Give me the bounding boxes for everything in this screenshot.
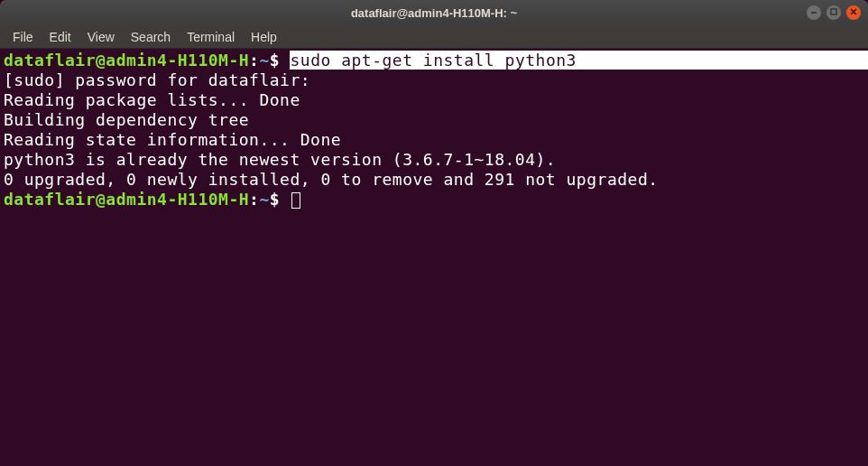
prompt-user-host: dataflair@admin4-H110M-H: [4, 190, 249, 209]
menu-help[interactable]: Help: [244, 27, 284, 47]
menu-file[interactable]: File: [5, 27, 41, 47]
menubar: File Edit View Search Terminal Help: [0, 25, 868, 49]
terminal-window: dataflair@admin4-H110M-H: ~ File Edit Vi…: [0, 0, 868, 466]
prompt-path: ~: [259, 51, 269, 70]
prompt-dollar: $: [270, 190, 291, 209]
minimize-icon: [809, 7, 818, 18]
prompt-separator: :: [249, 51, 259, 70]
prompt-line-2: dataflair@admin4-H110M-H:~$: [4, 190, 864, 210]
output-line: Reading package lists... Done: [4, 90, 864, 110]
command-highlight-fill: [577, 51, 868, 70]
close-icon: [849, 7, 858, 18]
maximize-icon: [829, 7, 838, 18]
close-button[interactable]: [846, 5, 861, 20]
terminal-body[interactable]: dataflair@admin4-H110M-H:~$ sudo apt-get…: [0, 49, 868, 466]
titlebar: dataflair@admin4-H110M-H: ~: [0, 0, 868, 25]
prompt-path: ~: [259, 190, 269, 209]
maximize-button[interactable]: [826, 5, 841, 20]
output-line: [sudo] password for dataflair:: [4, 70, 864, 90]
menu-edit[interactable]: Edit: [42, 27, 78, 47]
prompt-separator: :: [249, 190, 259, 209]
window-title: dataflair@admin4-H110M-H: ~: [351, 6, 517, 20]
menu-view[interactable]: View: [80, 27, 122, 47]
prompt-user-host: dataflair@admin4-H110M-H: [4, 51, 249, 70]
menu-search[interactable]: Search: [124, 27, 178, 47]
command-text: sudo apt-get install python3: [290, 51, 576, 70]
output-line: Building dependency tree: [4, 110, 864, 130]
output-line: python3 is already the newest version (3…: [4, 150, 864, 170]
menu-terminal[interactable]: Terminal: [180, 27, 242, 47]
window-controls: [807, 5, 861, 20]
prompt-line-1: dataflair@admin4-H110M-H:~$ sudo apt-get…: [4, 51, 864, 70]
minimize-button[interactable]: [807, 5, 821, 20]
prompt-dollar: $: [270, 51, 291, 70]
output-line: 0 upgraded, 0 newly installed, 0 to remo…: [4, 170, 864, 190]
cursor-icon: [291, 192, 300, 209]
output-line: Reading state information... Done: [4, 130, 864, 150]
svg-rect-1: [831, 9, 836, 14]
